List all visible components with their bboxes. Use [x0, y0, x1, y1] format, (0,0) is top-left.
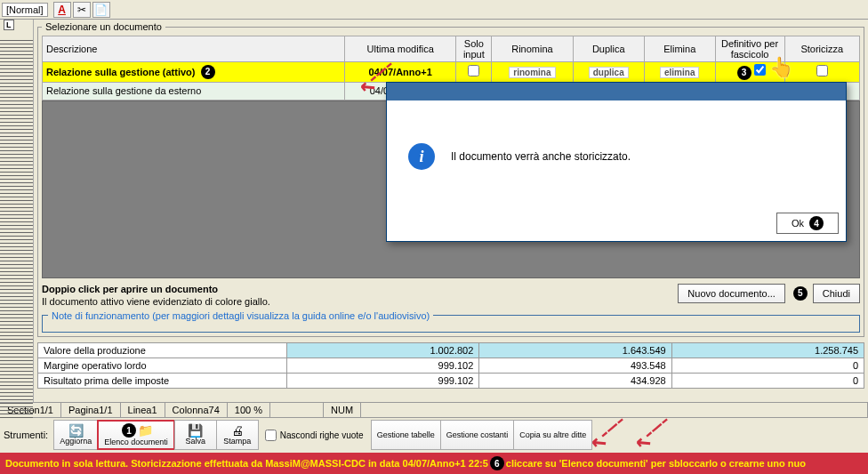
nascondi-righe-toggle[interactable]: Nascondi righe vuote [258, 430, 371, 441]
badge-3: 3 [737, 66, 751, 80]
financial-table: Valore della produzione 1.002.802 1.643.… [37, 342, 864, 389]
data-row: Valore della produzione 1.002.802 1.643.… [38, 342, 864, 358]
data-row: Margine operativo lordo 999.102 493.548 … [38, 358, 864, 373]
status-bar: Section1/1 Pagina1/1 Linea1 Colonna74 10… [0, 402, 868, 418]
elimina-button-1[interactable]: elimina [660, 67, 699, 78]
col-header-dup: Duplica [573, 36, 644, 62]
tools-bar: Strumenti: 🔄Aggiorna 1📁Elenco documenti … [0, 418, 868, 452]
badge-6: 6 [490, 456, 504, 470]
top-toolbar: [Normal] A ✂ 📄 [0, 0, 868, 20]
cut-icon[interactable]: ✂ [73, 2, 91, 18]
confirm-dialog: i Il documento verrà anche storicizzato.… [386, 82, 847, 242]
vertical-ruler: L [0, 20, 34, 402]
cursor-hand-icon: 👆 [769, 56, 793, 79]
salva-button[interactable]: 💾Salva [174, 420, 217, 450]
font-color-icon[interactable]: A [53, 2, 71, 18]
ok-button[interactable]: Ok 4 [776, 213, 839, 234]
data-row: Risultato prima delle imposte 999.102 43… [38, 373, 864, 388]
dialog-message: Il documento verrà anche storicizzato. [451, 150, 631, 163]
col-header-solo: Solo input [456, 36, 492, 62]
badge-2: 2 [201, 65, 215, 79]
gestione-costanti-button[interactable]: Gestione costanti [440, 420, 515, 450]
save-icon: 💾 [188, 424, 203, 437]
note-fieldset: Note di funzionamento (per maggiori dett… [42, 310, 860, 333]
folder-icon: 📁 [138, 424, 153, 437]
solo-input-check-1[interactable] [468, 65, 479, 76]
status-linea: Linea1 [121, 403, 165, 417]
status-page: Pagina1/1 [61, 403, 121, 417]
copia-altre-ditte-button[interactable]: Copia su altre ditte [513, 420, 592, 450]
refresh-icon: 🔄 [68, 424, 84, 437]
info-icon: i [408, 143, 435, 170]
definitivo-check-1[interactable] [754, 64, 766, 76]
duplica-button-1[interactable]: duplica [589, 67, 629, 78]
table-row-active[interactable]: Relazione sulla gestione (attivo) 2 04/0… [43, 62, 860, 83]
col-header-desc: Descrizione [43, 36, 345, 62]
col-header-rin: Rinomina [492, 36, 573, 62]
copy-icon[interactable]: 📄 [92, 2, 110, 18]
status-zoom: 100 % [228, 403, 270, 417]
info-bold: Doppio click per aprire un documento [42, 284, 270, 294]
nascondi-checkbox[interactable] [265, 430, 277, 441]
stampa-button[interactable]: 🖨Stampa [216, 420, 259, 450]
panel-legend: Selezionare un documento [42, 21, 165, 32]
gestione-tabelle-button[interactable]: Gestione tabelle [371, 420, 441, 450]
badge-4: 4 [809, 216, 824, 230]
status-col: Colonna74 [165, 403, 228, 417]
readonly-warning-bar: Documento in sola lettura. Storicizzazio… [0, 453, 868, 474]
tools-label: Strumenti: [4, 430, 48, 440]
info-sub: Il documento attivo viene evidenziato di… [42, 296, 270, 307]
col-header-el: Elimina [644, 36, 715, 62]
col-header-mod: Ultima modifica [345, 36, 456, 62]
dialog-titlebar[interactable] [387, 83, 846, 100]
note-legend: Note di funzionamento (per maggiori dett… [48, 310, 433, 321]
badge-5: 5 [793, 286, 808, 301]
badge-1: 1 [122, 423, 136, 438]
style-selector[interactable]: [Normal] [2, 3, 48, 17]
rinomina-button-1[interactable]: rinomina [509, 67, 555, 78]
elenco-documenti-button[interactable]: 1📁Elenco documenti [97, 420, 175, 450]
storicizza-check-1[interactable] [816, 65, 828, 76]
aggiorna-button[interactable]: 🔄Aggiorna [53, 420, 98, 450]
chiudi-button[interactable]: Chiudi [813, 284, 860, 303]
col-header-stor: Storicizza [784, 36, 859, 62]
status-num: NUM [324, 403, 361, 417]
nuovo-documento-button[interactable]: Nuovo documento... [678, 284, 784, 303]
print-icon: 🖨 [231, 424, 244, 437]
